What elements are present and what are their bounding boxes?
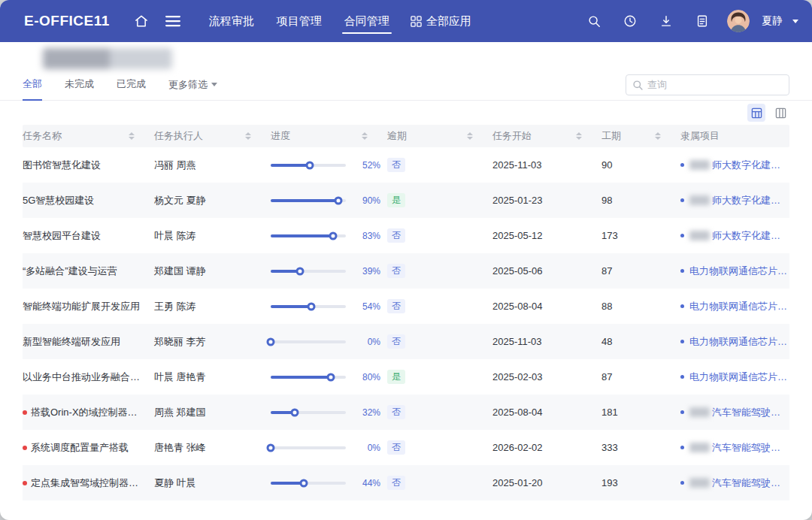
progress-cell: 90% — [271, 195, 387, 206]
sort-icon[interactable] — [655, 132, 661, 140]
overdue-cell: 否 — [387, 158, 492, 172]
progress-knob[interactable] — [329, 231, 338, 240]
kanban-view-toggle[interactable] — [771, 104, 789, 122]
progress-knob[interactable] — [327, 373, 335, 381]
project-cell: 汽车智能驾驶系统项目 — [680, 406, 789, 419]
table-row[interactable]: 搭载Orin-X的域控制器部署与验证 周燕 郑建国 32% 否 2025-08-… — [23, 395, 789, 430]
table-view-toggle[interactable] — [747, 104, 765, 122]
project-link[interactable]: 师大数字化建设项目 — [712, 194, 789, 207]
progress-cell: 0% — [271, 443, 387, 453]
all-apps-label: 全部应用 — [426, 14, 471, 29]
project-link[interactable]: 电力物联网通信芯片研发 — [689, 335, 789, 349]
task-name[interactable]: 定点集成智驾域控制器硬件 — [31, 476, 147, 490]
task-name[interactable]: 系统调度配置量产搭载 — [31, 441, 129, 455]
nav-item-process-approval[interactable]: 流程审批 — [206, 0, 257, 42]
nav-item-contract-management[interactable]: 合同管理 — [341, 0, 392, 42]
table-row[interactable]: 图书馆智慧化建设 冯丽 周燕 52% 否 2025-11-03 90 师大数字化… — [23, 147, 789, 183]
progress-percent: 32% — [352, 407, 380, 418]
sort-icon[interactable] — [362, 132, 368, 140]
progress-knob[interactable] — [306, 161, 314, 169]
project-link[interactable]: 汽车智能驾驶系统项目 — [712, 476, 789, 490]
progress-slider[interactable] — [271, 411, 346, 414]
progress-slider[interactable] — [271, 199, 346, 202]
table-row[interactable]: “多站融合”建设与运营 郑建国 谭静 39% 否 2025-05-06 87 电… — [23, 253, 789, 289]
tab-finished[interactable]: 已完成 — [117, 69, 146, 101]
progress-knob[interactable] — [267, 337, 275, 346]
task-name[interactable]: 5G智慧校园建设 — [23, 194, 94, 207]
progress-slider[interactable] — [271, 340, 346, 343]
task-name[interactable]: “多站融合”建设与运营 — [23, 265, 117, 278]
download-icon[interactable] — [655, 10, 677, 32]
tab-unfinished[interactable]: 未完成 — [65, 69, 94, 101]
home-icon[interactable] — [129, 9, 153, 33]
chevron-down-icon — [211, 83, 217, 86]
overdue-badge: 否 — [387, 158, 405, 172]
project-link[interactable]: 师大数字化建设项目 — [712, 159, 789, 172]
sort-icon[interactable] — [467, 132, 473, 140]
overdue-cell: 否 — [387, 440, 492, 455]
tab-all[interactable]: 全部 — [23, 69, 42, 101]
search-input[interactable] — [647, 79, 783, 90]
redacted-project-text — [689, 443, 710, 452]
sort-icon[interactable] — [576, 132, 582, 140]
progress-knob[interactable] — [296, 267, 304, 275]
table-row[interactable]: 以业务中台推动业务融合应用 叶晨 唐艳青 80% 是 2025-02-03 87… — [23, 359, 789, 395]
sort-icon[interactable] — [129, 132, 135, 140]
avatar[interactable] — [727, 10, 750, 32]
task-name[interactable]: 智能终端功能扩展开发应用 — [23, 300, 140, 313]
task-name[interactable]: 智慧校园平台建设 — [23, 229, 101, 243]
project-link[interactable]: 电力物联网通信芯片研发 — [689, 300, 789, 313]
kanban-view-icon — [775, 107, 786, 119]
table-row[interactable]: 智能终端功能扩展开发应用 王勇 陈涛 54% 否 2025-08-04 88 电… — [23, 289, 789, 324]
table-body: 图书馆智慧化建设 冯丽 周燕 52% 否 2025-11-03 90 师大数字化… — [23, 147, 789, 500]
task-name[interactable]: 搭载Orin-X的域控制器部署与验证 — [31, 406, 147, 419]
progress-fill — [271, 199, 338, 202]
all-apps-button[interactable]: 全部应用 — [411, 14, 471, 29]
more-filters-button[interactable]: 更多筛选 — [168, 78, 217, 92]
project-link[interactable]: 师大数字化建设项目 — [712, 229, 789, 243]
user-name[interactable]: 夏静 — [762, 14, 783, 28]
executors-cell: 杨文元 夏静 — [154, 194, 271, 207]
progress-slider[interactable] — [271, 270, 346, 273]
project-link[interactable]: 汽车智能驾驶系统项目 — [712, 441, 789, 455]
progress-slider[interactable] — [271, 376, 346, 379]
project-bullet-icon — [680, 234, 684, 237]
progress-slider[interactable] — [271, 482, 346, 485]
task-name[interactable]: 图书馆智慧化建设 — [23, 159, 101, 172]
search-icon[interactable] — [583, 10, 605, 32]
executors-cell: 叶晨 陈涛 — [154, 229, 271, 243]
table-row[interactable]: 定点集成智驾域控制器硬件 夏静 叶晨 44% 否 2025-01-20 193 … — [23, 465, 789, 500]
project-link[interactable]: 电力物联网通信芯片研发 — [689, 265, 789, 278]
executors: 叶晨 唐艳青 — [154, 370, 206, 384]
sort-icon[interactable] — [245, 132, 251, 140]
progress-slider[interactable] — [271, 164, 346, 167]
progress-slider[interactable] — [271, 234, 346, 237]
progress-knob[interactable] — [335, 196, 343, 204]
progress-percent: 39% — [352, 266, 380, 277]
user-menu-caret-icon[interactable] — [792, 20, 798, 23]
table-row[interactable]: 新型智能终端研发应用 郑晓丽 李芳 0% 否 2025-11-03 48 电力物… — [23, 324, 789, 359]
progress-knob[interactable] — [267, 443, 275, 452]
nav-item-project-management[interactable]: 项目管理 — [274, 0, 325, 42]
progress-knob[interactable] — [300, 479, 308, 487]
progress-slider[interactable] — [271, 446, 346, 449]
task-name[interactable]: 以业务中台推动业务融合应用 — [23, 370, 147, 384]
app-logo[interactable]: E-OFFICE11 — [24, 13, 110, 29]
progress-knob[interactable] — [291, 408, 299, 416]
executors: 夏静 叶晨 — [154, 476, 196, 490]
start-date: 2025-08-04 — [492, 407, 543, 418]
project-link[interactable]: 电力物联网通信芯片研发 — [689, 370, 789, 384]
table-row[interactable]: 智慧校园平台建设 叶晨 陈涛 83% 否 2025-05-12 173 师大数字… — [23, 218, 789, 253]
progress-knob[interactable] — [308, 302, 316, 310]
document-icon[interactable] — [691, 10, 714, 32]
clock-icon[interactable] — [619, 10, 641, 32]
redacted-project-text — [689, 231, 710, 240]
hamburger-menu-icon[interactable] — [161, 11, 185, 32]
duration-cell: 87 — [601, 265, 680, 277]
start-date: 2025-05-12 — [492, 230, 543, 241]
task-name[interactable]: 新型智能终端研发应用 — [23, 335, 120, 349]
project-link[interactable]: 汽车智能驾驶系统项目 — [712, 406, 789, 419]
table-row[interactable]: 5G智慧校园建设 杨文元 夏静 90% 是 2025-01-23 98 师大数字… — [23, 183, 789, 218]
table-row[interactable]: 系统调度配置量产搭载 唐艳青 张峰 0% 否 2026-02-02 333 汽车… — [23, 430, 789, 465]
progress-slider[interactable] — [271, 305, 346, 308]
